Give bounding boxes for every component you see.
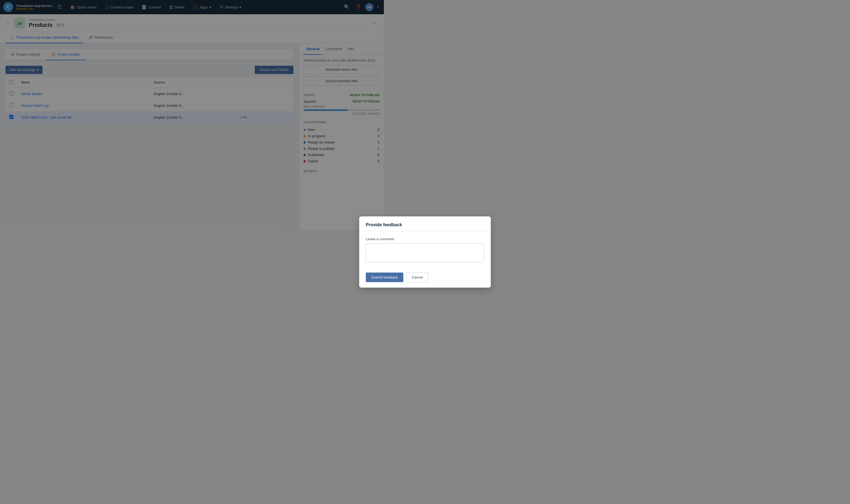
modal-header: Provide feedback [359, 216, 384, 230]
modal-overlay: Provide feedback Leave a comment Submit … [0, 0, 384, 230]
provide-feedback-modal: Provide feedback Leave a comment Submit … [359, 216, 384, 230]
modal-title: Provide feedback [366, 222, 384, 227]
